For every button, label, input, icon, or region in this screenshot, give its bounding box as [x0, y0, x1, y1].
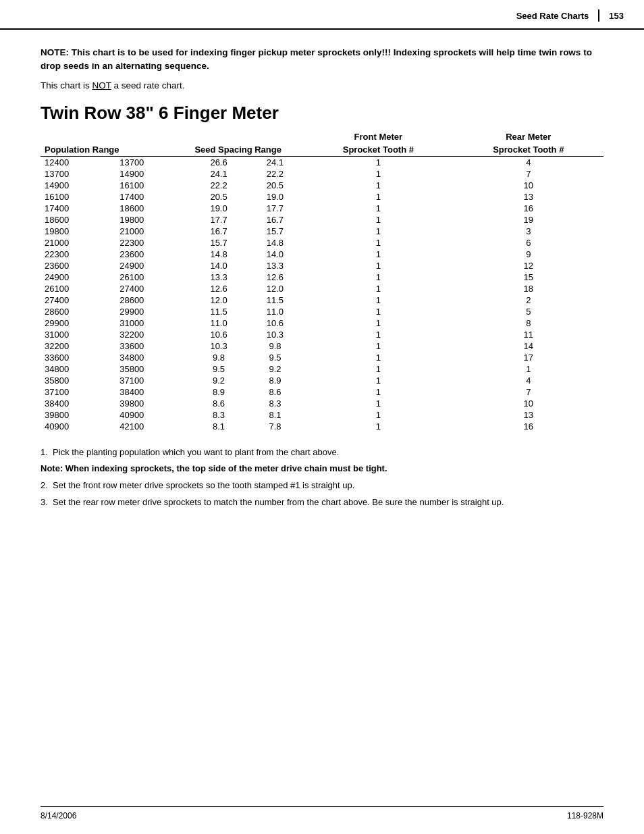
front-cell: 1: [303, 386, 453, 398]
rear-cell: 9: [454, 249, 603, 260]
table-row: 14900 16100 22.2 20.5 1 10: [41, 180, 603, 191]
seed2-cell: 15.7: [247, 226, 303, 237]
header-title: Seed Rate Charts: [516, 11, 589, 21]
section-title: Twin Row 38" 6 Finger Meter: [41, 103, 603, 124]
seed2-cell: 7.8: [247, 421, 303, 432]
seed2-cell: 8.6: [247, 386, 303, 398]
pop1-cell: 26100: [41, 283, 115, 294]
seed1-cell: 10.6: [190, 329, 246, 340]
seed2-cell: 14.8: [247, 237, 303, 249]
front-cell: 1: [303, 168, 453, 180]
pop1-cell: 12400: [41, 156, 115, 168]
seed1-cell: 9.2: [190, 375, 246, 386]
front-cell: 1: [303, 294, 453, 306]
seed2-cell: 16.7: [247, 214, 303, 226]
pop2-cell: 29900: [115, 306, 190, 317]
pop1-cell: 39800: [41, 409, 115, 421]
table-row: 23600 24900 14.0 13.3 1 12: [41, 260, 603, 271]
front-cell: 1: [303, 329, 453, 340]
pop1-cell: 29900: [41, 317, 115, 329]
seed2-cell: 10.6: [247, 317, 303, 329]
pop1-cell: 13700: [41, 168, 115, 180]
instructions: 1. Pick the planting population which yo…: [41, 446, 603, 510]
front-header-label: Sprocket Tooth #: [303, 143, 453, 157]
front-cell: 1: [303, 260, 453, 271]
page-header: Seed Rate Charts 153: [0, 0, 644, 30]
pop1-cell: 38400: [41, 398, 115, 409]
table-row: 33600 34800 9.8 9.5 1 17: [41, 352, 603, 363]
pop2-cell: 18600: [115, 203, 190, 214]
pop2-cell: 14900: [115, 168, 190, 180]
table-row: 40900 42100 8.1 7.8 1 16: [41, 421, 603, 432]
seed1-cell: 14.8: [190, 249, 246, 260]
pop2-cell: 31000: [115, 317, 190, 329]
pop2-cell: 22300: [115, 237, 190, 249]
rear-cell: 7: [454, 386, 603, 398]
front-cell: 1: [303, 375, 453, 386]
seed2-cell: 14.0: [247, 249, 303, 260]
front-cell: 1: [303, 340, 453, 352]
chart-note: This chart is NOT a seed rate chart.: [41, 80, 603, 90]
pop1-cell: 19800: [41, 226, 115, 237]
seed1-cell: 11.5: [190, 306, 246, 317]
table-row: 27400 28600 12.0 11.5 1 2: [41, 294, 603, 306]
pop2-cell: 24900: [115, 260, 190, 271]
table-row: 39800 40900 8.3 8.1 1 13: [41, 409, 603, 421]
seed1-cell: 9.5: [190, 363, 246, 375]
instruction-3-text: Set the rear row meter drive sprockets t…: [53, 497, 504, 507]
rear-cell: 4: [454, 156, 603, 168]
front-cell: 1: [303, 398, 453, 409]
seed2-cell: 8.9: [247, 375, 303, 386]
table-row: 22300 23600 14.8 14.0 1 9: [41, 249, 603, 260]
seed1-cell: 12.6: [190, 283, 246, 294]
seed2-cell: 9.5: [247, 352, 303, 363]
front-cell: 1: [303, 283, 453, 294]
seed1-cell: 10.3: [190, 340, 246, 352]
front-cell: 1: [303, 180, 453, 191]
table-row: 12400 13700 26.6 24.1 1 4: [41, 156, 603, 168]
pop1-cell: 17400: [41, 203, 115, 214]
chart-note-suffix: a seed rate chart.: [111, 80, 185, 90]
seed1-cell: 14.0: [190, 260, 246, 271]
seed1-cell: 17.7: [190, 214, 246, 226]
pop1-cell: 35800: [41, 375, 115, 386]
front-cell: 1: [303, 317, 453, 329]
rear-cell: 3: [454, 226, 603, 237]
seed2-cell: 8.1: [247, 409, 303, 421]
pop1-cell: 23600: [41, 260, 115, 271]
pop2-cell: 38400: [115, 386, 190, 398]
seed1-cell: 15.7: [190, 237, 246, 249]
seed2-cell: 19.0: [247, 191, 303, 203]
pop2-cell: 21000: [115, 226, 190, 237]
pop1-cell: 14900: [41, 180, 115, 191]
rear-cell: 16: [454, 421, 603, 432]
rear-cell: 1: [454, 363, 603, 375]
rear-cell: 4: [454, 375, 603, 386]
table-row: 19800 21000 16.7 15.7 1 3: [41, 226, 603, 237]
table-row: 18600 19800 17.7 16.7 1 19: [41, 214, 603, 226]
rear-header-top: Rear Meter: [454, 130, 603, 143]
front-cell: 1: [303, 352, 453, 363]
rear-cell: 19: [454, 214, 603, 226]
rear-cell: 6: [454, 237, 603, 249]
seed-header-top: [190, 130, 303, 143]
seed1-cell: 8.9: [190, 386, 246, 398]
front-cell: 1: [303, 409, 453, 421]
seed2-cell: 10.3: [247, 329, 303, 340]
seed2-cell: 13.3: [247, 260, 303, 271]
pop-header-label: Population Range: [41, 143, 190, 157]
seed1-cell: 19.0: [190, 203, 246, 214]
table-row: 34800 35800 9.5 9.2 1 1: [41, 363, 603, 375]
seed-header-label: Seed Spacing Range: [190, 143, 303, 157]
rear-cell: 14: [454, 340, 603, 352]
table-row: 32200 33600 10.3 9.8 1 14: [41, 340, 603, 352]
pop2-cell: 32200: [115, 329, 190, 340]
pop2-cell: 27400: [115, 283, 190, 294]
page-number: 153: [609, 11, 624, 21]
seed2-cell: 22.2: [247, 168, 303, 180]
seed1-cell: 26.6: [190, 156, 246, 168]
pop2-cell: 13700: [115, 156, 190, 168]
rear-cell: 17: [454, 352, 603, 363]
pop-header-top: [41, 130, 190, 143]
pop2-cell: 16100: [115, 180, 190, 191]
